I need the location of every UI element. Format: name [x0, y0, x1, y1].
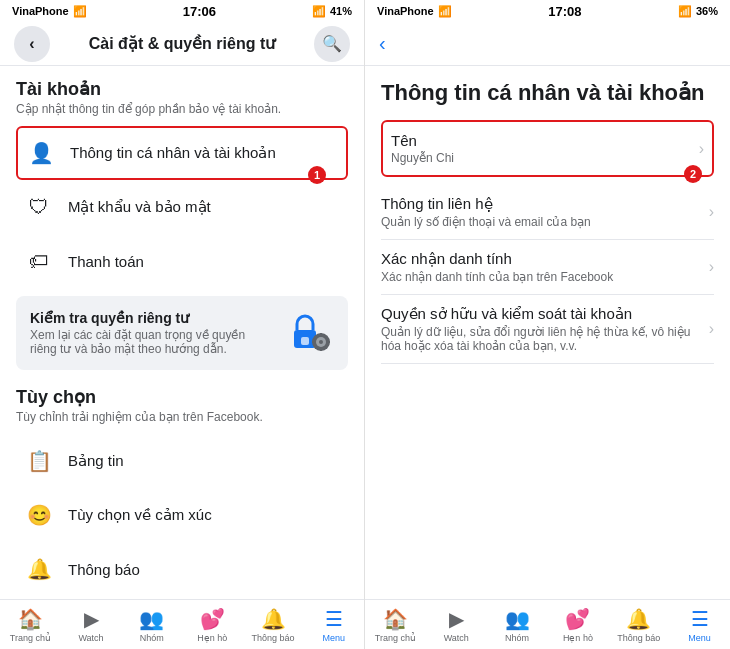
notification-nav-label-right: Thông báo: [617, 633, 660, 643]
nav-groups-right[interactable]: 👥 Nhóm: [487, 600, 548, 649]
privacy-card-title: Kiểm tra quyền riêng tư: [30, 310, 272, 326]
ownership-item[interactable]: Quyền sở hữu và kiểm soát tài khoản Quản…: [381, 295, 714, 364]
bottom-nav-left: 🏠 Trang chủ ▶ Watch 👥 Nhóm 💕 Hẹn hò 🔔 Th…: [0, 599, 364, 649]
password-label: Mật khẩu và bảo mật: [68, 198, 211, 216]
identity-label: Xác nhận danh tính: [381, 250, 701, 268]
watch-label-right: Watch: [444, 633, 469, 643]
svg-point-4: [319, 340, 323, 344]
chevron-ownership: ›: [709, 320, 714, 338]
nav-notification-left[interactable]: 🔔 Thông báo: [243, 600, 304, 649]
privacy-card[interactable]: Kiểm tra quyền riêng tư Xem lại các cài …: [16, 296, 348, 370]
signal-icon-right: 📶: [678, 5, 692, 18]
nav-menu-left[interactable]: ☰ Menu: [303, 600, 364, 649]
ownership-label: Quyền sở hữu và kiểm soát tài khoản: [381, 305, 701, 323]
dating-icon-left: 💕: [200, 607, 225, 631]
name-item[interactable]: Tên Nguyễn Chi › 2: [381, 120, 714, 177]
time-left: 17:06: [183, 4, 216, 19]
nav-home-left[interactable]: 🏠 Trang chủ: [0, 600, 61, 649]
nav-dating-left[interactable]: 💕 Hẹn hò: [182, 600, 243, 649]
groups-icon-right: 👥: [505, 607, 530, 631]
home-label-right: Trang chủ: [375, 633, 416, 643]
right-content: Thông tin cá nhân và tài khoản Tên Nguyễ…: [365, 66, 730, 599]
person-icon: 👤: [24, 136, 58, 170]
menu-nav-label-left: Menu: [322, 633, 345, 643]
carrier-left: VinaPhone: [12, 5, 69, 17]
nav-bar-left: ‹ Cài đặt & quyền riêng tư 🔍: [0, 22, 364, 66]
wifi-icon: 📶: [73, 5, 87, 18]
battery-right: 36%: [696, 5, 718, 17]
emotion-item[interactable]: 😊 Tùy chọn về cảm xúc: [16, 488, 348, 542]
nav-menu-right[interactable]: ☰ Menu: [669, 600, 730, 649]
back-button-left[interactable]: ‹: [14, 26, 50, 62]
status-right-left: 📶 41%: [312, 5, 352, 18]
groups-icon-left: 👥: [139, 607, 164, 631]
dating-label-right: Hẹn hò: [563, 633, 593, 643]
groups-label-left: Nhóm: [140, 633, 164, 643]
identity-sub: Xác nhận danh tính của bạn trên Facebook: [381, 270, 701, 284]
ownership-item-texts: Quyền sở hữu và kiểm soát tài khoản Quản…: [381, 305, 701, 353]
identity-item[interactable]: Xác nhận danh tính Xác nhận danh tính củ…: [381, 240, 714, 295]
emotion-label: Tùy chọn về cảm xúc: [68, 506, 212, 524]
home-icon-left: 🏠: [18, 607, 43, 631]
wifi-icon-right: 📶: [438, 5, 452, 18]
personal-info-item[interactable]: 👤 Thông tin cá nhân và tài khoản 1: [16, 126, 348, 180]
status-left: VinaPhone 📶: [12, 5, 87, 18]
step-badge-2: 2: [684, 165, 702, 183]
payment-item[interactable]: 🏷 Thanh toán: [16, 234, 348, 288]
back-icon-left: ‹: [29, 35, 34, 53]
notification-nav-label-left: Thông báo: [252, 633, 295, 643]
notification-label: Thông báo: [68, 561, 140, 578]
watch-label-left: Watch: [78, 633, 103, 643]
contact-label: Thông tin liên hệ: [381, 195, 701, 213]
preview-item[interactable]: 💬 Bàn xem trước tin nhắn: [16, 596, 348, 599]
home-icon-right: 🏠: [383, 607, 408, 631]
nav-watch-left[interactable]: ▶ Watch: [61, 600, 122, 649]
chevron-identity: ›: [709, 258, 714, 276]
status-bar-left: VinaPhone 📶 17:06 📶 41%: [0, 0, 364, 22]
newsfeed-label: Bảng tin: [68, 452, 124, 470]
nav-notification-right[interactable]: 🔔 Thông báo: [608, 600, 669, 649]
home-label-left: Trang chủ: [10, 633, 51, 643]
tag-icon: 🏷: [22, 244, 56, 278]
newsfeed-icon: 📋: [22, 444, 56, 478]
status-left-right: VinaPhone 📶: [377, 5, 452, 18]
personal-info-label: Thông tin cá nhân và tài khoản: [70, 144, 276, 162]
contact-sub: Quản lý số điện thoại và email của bạn: [381, 215, 701, 229]
carrier-right: VinaPhone: [377, 5, 434, 17]
status-right-right: 📶 36%: [678, 5, 718, 18]
custom-section: Tùy chọn Tùy chỉnh trải nghiệm của bạn t…: [16, 386, 348, 599]
nav-home-right[interactable]: 🏠 Trang chủ: [365, 600, 426, 649]
watch-icon-left: ▶: [84, 607, 99, 631]
contact-item[interactable]: Thông tin liên hệ Quản lý số điện thoại …: [381, 185, 714, 240]
menu-icon-left: ☰: [325, 607, 343, 631]
nav-watch-right[interactable]: ▶ Watch: [426, 600, 487, 649]
notification-item[interactable]: 🔔 Thông báo: [16, 542, 348, 596]
bell-icon-left: 🔔: [22, 552, 56, 586]
newsfeed-item[interactable]: 📋 Bảng tin: [16, 434, 348, 488]
bottom-nav-right: 🏠 Trang chủ ▶ Watch 👥 Nhóm 💕 Hẹn hò 🔔 Th…: [365, 599, 730, 649]
menu-nav-label-right: Menu: [688, 633, 711, 643]
nav-groups-left[interactable]: 👥 Nhóm: [121, 600, 182, 649]
groups-label-right: Nhóm: [505, 633, 529, 643]
bell-nav-icon-left: 🔔: [261, 607, 286, 631]
left-content: Tài khoản Cập nhật thông tin để góp phần…: [0, 66, 364, 599]
shield-icon: 🛡: [22, 190, 56, 224]
status-bar-right: VinaPhone 📶 17:08 📶 36%: [365, 0, 730, 22]
right-screen: VinaPhone 📶 17:08 📶 36% ‹ Thông tin cá n…: [365, 0, 730, 649]
search-icon: 🔍: [322, 34, 342, 53]
back-button-right[interactable]: ‹: [379, 32, 386, 55]
svg-rect-1: [301, 337, 309, 345]
emotion-icon: 😊: [22, 498, 56, 532]
left-screen: VinaPhone 📶 17:06 📶 41% ‹ Cài đặt & quyề…: [0, 0, 365, 649]
contact-item-texts: Thông tin liên hệ Quản lý số điện thoại …: [381, 195, 701, 229]
ownership-sub: Quản lý dữ liệu, sửa đổi người liên hệ h…: [381, 325, 701, 353]
watch-icon-right: ▶: [449, 607, 464, 631]
search-button[interactable]: 🔍: [314, 26, 350, 62]
custom-title: Tùy chọn: [16, 386, 348, 408]
right-page-title: Thông tin cá nhân và tài khoản: [381, 80, 714, 106]
menu-icon-right: ☰: [691, 607, 709, 631]
battery-left: 41%: [330, 5, 352, 17]
password-security-item[interactable]: 🛡 Mật khẩu và bảo mật: [16, 180, 348, 234]
bell-nav-icon-right: 🔔: [626, 607, 651, 631]
nav-dating-right[interactable]: 💕 Hẹn hò: [547, 600, 608, 649]
